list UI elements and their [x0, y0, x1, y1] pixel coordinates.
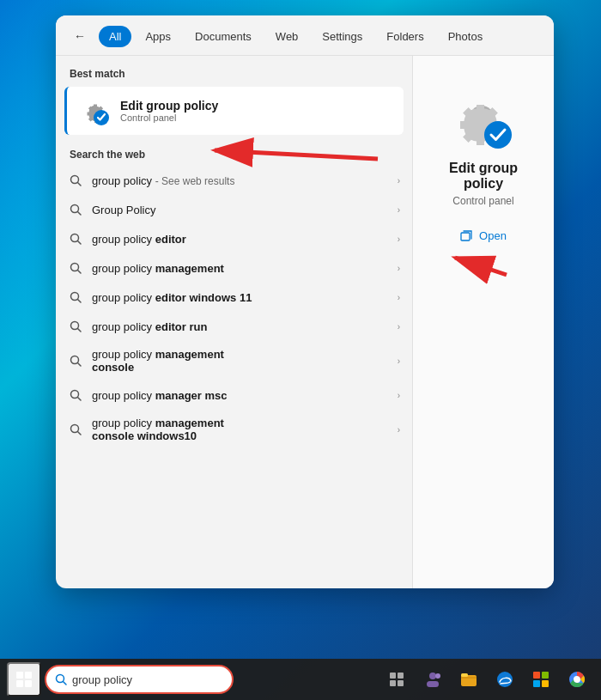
svg-point-19 — [484, 121, 512, 149]
chevron-4: › — [398, 264, 400, 273]
filter-tabs-bar: ← All Apps Documents Web Settings Folder… — [56, 15, 554, 56]
svg-line-12 — [78, 329, 82, 332]
search-icon-2 — [68, 202, 83, 217]
search-icon-4 — [68, 260, 83, 276]
right-panel-subtitle: Control panel — [452, 195, 513, 207]
left-panel: Best match Edit group policy Control pan… — [56, 56, 412, 588]
task-view-button[interactable] — [379, 662, 414, 697]
best-match-label: Best match — [56, 68, 412, 87]
chevron-7: › — [398, 356, 400, 366]
taskbar-search-icon — [55, 673, 67, 685]
taskbar-icons-row — [379, 662, 601, 697]
chevron-6: › — [398, 322, 400, 332]
search-icon-9 — [68, 422, 83, 437]
search-item-1-text: group policy - See web results — [92, 174, 389, 187]
svg-point-41 — [574, 677, 580, 682]
search-item-9-text: group policy managementconsole windows10 — [92, 417, 389, 442]
chrome-button[interactable] — [560, 662, 594, 697]
svg-line-10 — [78, 300, 82, 303]
start-button[interactable] — [7, 662, 41, 697]
search-icon-3 — [68, 231, 83, 247]
tab-settings[interactable]: Settings — [312, 26, 373, 47]
search-item-2[interactable]: Group Policy › — [56, 195, 412, 224]
svg-rect-26 — [398, 673, 404, 679]
svg-line-18 — [78, 432, 82, 435]
file-explorer-button[interactable] — [452, 662, 486, 697]
edge-button[interactable] — [488, 662, 522, 697]
taskbar-search-bar[interactable]: group policy — [45, 665, 234, 694]
search-icon-5 — [68, 289, 83, 305]
svg-line-4 — [78, 212, 82, 216]
svg-rect-37 — [533, 680, 540, 687]
search-item-1[interactable]: group policy - See web results › — [56, 166, 412, 195]
search-panel: ← All Apps Documents Web Settings Folder… — [56, 15, 554, 588]
svg-rect-35 — [533, 672, 540, 679]
search-item-7-text: group policy managementconsole — [92, 348, 389, 374]
store-icon — [531, 670, 550, 689]
svg-rect-38 — [542, 680, 549, 687]
chevron-9: › — [398, 425, 400, 435]
search-item-8-text: group policy manager msc — [92, 389, 389, 402]
search-item-9[interactable]: group policy managementconsole windows10… — [56, 410, 412, 449]
chevron-1: › — [398, 176, 400, 186]
tab-all[interactable]: All — [99, 26, 131, 47]
svg-line-16 — [78, 398, 82, 401]
svg-rect-20 — [461, 233, 470, 240]
taskbar: group policy — [0, 659, 601, 700]
chevron-5: › — [398, 293, 400, 302]
svg-rect-25 — [390, 673, 396, 679]
search-item-8[interactable]: group policy manager msc › — [56, 380, 412, 410]
search-item-5[interactable]: group policy editor windows 11 › — [56, 283, 412, 312]
best-match-title: Edit group policy — [120, 99, 392, 113]
search-item-3-text: group policy editor — [92, 233, 389, 246]
edge-icon — [495, 670, 514, 689]
right-panel-icon — [449, 90, 518, 150]
search-item-3[interactable]: group policy editor › — [56, 224, 412, 253]
tab-photos[interactable]: Photos — [438, 26, 493, 47]
windows-logo-icon — [16, 672, 32, 687]
tab-documents[interactable]: Documents — [185, 26, 262, 47]
windows-store-button[interactable] — [524, 662, 558, 697]
chevron-2: › — [398, 205, 400, 215]
svg-point-29 — [429, 673, 436, 679]
tab-apps[interactable]: Apps — [135, 26, 181, 47]
svg-rect-33 — [461, 673, 468, 677]
right-panel: Edit group policy Control panel Open — [412, 56, 554, 588]
search-item-6[interactable]: group policy editor run › — [56, 312, 412, 341]
edit-group-policy-icon — [79, 95, 110, 126]
search-item-4[interactable]: group policy management › — [56, 253, 412, 283]
teams-icon — [423, 670, 442, 689]
best-match-text: Edit group policy Control panel — [120, 99, 392, 123]
best-match-subtitle: Control panel — [120, 113, 392, 123]
panel-content: Best match Edit group policy Control pan… — [56, 56, 554, 588]
back-button[interactable]: ← — [68, 24, 92, 48]
svg-line-14 — [78, 363, 82, 367]
search-icon-6 — [68, 319, 83, 334]
svg-rect-36 — [542, 672, 549, 679]
explorer-icon — [459, 670, 478, 689]
svg-line-2 — [78, 183, 82, 186]
svg-line-6 — [78, 241, 82, 245]
svg-line-24 — [64, 682, 67, 685]
svg-point-31 — [435, 673, 440, 679]
search-item-4-text: group policy management — [92, 262, 389, 275]
search-item-7[interactable]: group policy managementconsole › — [56, 341, 412, 380]
tab-web[interactable]: Web — [265, 26, 309, 47]
teams-button[interactable] — [416, 662, 450, 697]
chevron-8: › — [398, 391, 400, 400]
search-icon-7 — [68, 353, 83, 368]
task-view-icon — [388, 671, 405, 688]
tab-folders[interactable]: Folders — [376, 26, 434, 47]
taskbar-search-input[interactable]: group policy — [72, 673, 223, 686]
open-button[interactable]: Open — [452, 224, 515, 247]
search-item-5-text: group policy editor windows 11 — [92, 291, 389, 304]
best-match-item[interactable]: Edit group policy Control panel — [64, 87, 404, 135]
search-item-6-text: group policy editor run — [92, 320, 389, 333]
search-icon-8 — [68, 387, 83, 403]
svg-rect-28 — [398, 680, 404, 686]
svg-rect-30 — [427, 681, 439, 687]
search-item-2-text: Group Policy — [92, 204, 389, 216]
search-web-label: Search the web — [56, 145, 412, 166]
chrome-icon — [568, 670, 586, 689]
right-panel-title: Edit group policy — [430, 161, 537, 192]
